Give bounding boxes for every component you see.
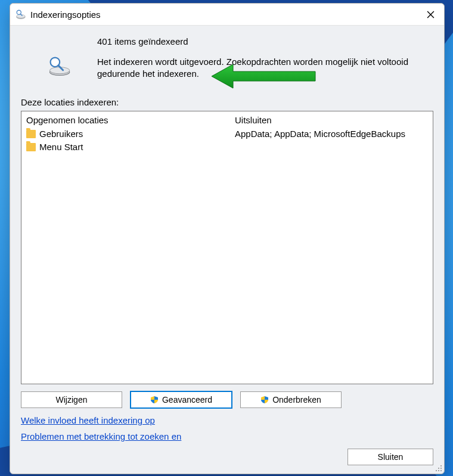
svg-point-15 bbox=[438, 470, 439, 471]
link-indexing-impact[interactable]: Welke invloed heeft indexering op bbox=[21, 415, 155, 425]
advanced-button[interactable]: Geavanceerd bbox=[131, 391, 232, 408]
svg-point-12 bbox=[438, 468, 439, 469]
location-name: Gebruikers bbox=[39, 129, 83, 139]
indexing-options-dialog: Indexeringsopties 401 items geïndexeerd bbox=[10, 3, 445, 474]
included-locations-list[interactable]: Gebruikers Menu Start bbox=[21, 127, 230, 384]
resize-grip[interactable] bbox=[435, 465, 442, 472]
button-label: Wijzigen bbox=[56, 395, 88, 405]
button-label: Onderbreken bbox=[272, 395, 321, 405]
svg-point-1 bbox=[17, 14, 25, 18]
help-links: Welke invloed heeft indexering op Proble… bbox=[21, 415, 433, 441]
locations-section-label: Deze locaties indexeren: bbox=[21, 97, 433, 107]
index-info-section: 401 items geïndexeerd Het indexeren word… bbox=[21, 36, 433, 80]
locations-panel: Opgenomen locaties Uitsluiten Gebruikers… bbox=[21, 111, 433, 385]
location-name: Menu Start bbox=[39, 142, 83, 152]
excluded-value: AppData; AppData; MicrosoftEdgeBackups bbox=[235, 129, 405, 139]
close-dialog-button[interactable]: Sluiten bbox=[347, 449, 433, 465]
svg-point-16 bbox=[440, 470, 442, 471]
list-item: AppData; AppData; MicrosoftEdgeBackups bbox=[235, 127, 428, 141]
titlebar: Indexeringsopties bbox=[10, 4, 444, 26]
svg-point-14 bbox=[436, 470, 437, 471]
uac-shield-icon bbox=[150, 396, 159, 404]
close-icon bbox=[427, 11, 435, 18]
svg-point-7 bbox=[49, 67, 69, 74]
button-label: Sluiten bbox=[378, 452, 404, 462]
indexed-count: 401 items geïndexeerd bbox=[97, 36, 433, 46]
window-title: Indexeringsopties bbox=[30, 10, 101, 20]
close-window-button[interactable] bbox=[417, 4, 444, 25]
list-item bbox=[235, 141, 428, 154]
button-label: Geavanceerd bbox=[162, 395, 212, 405]
excluded-locations-list: AppData; AppData; MicrosoftEdgeBackups bbox=[230, 127, 433, 384]
list-item[interactable]: Gebruikers bbox=[26, 127, 225, 141]
search-index-icon bbox=[15, 9, 26, 20]
index-status-icon bbox=[47, 56, 71, 80]
desktop-background: Indexeringsopties 401 items geïndexeerd bbox=[0, 0, 453, 476]
uac-shield-icon bbox=[260, 396, 269, 404]
svg-point-13 bbox=[440, 468, 442, 469]
folder-icon bbox=[26, 130, 36, 138]
modify-button[interactable]: Wijzigen bbox=[21, 391, 122, 408]
link-search-troubleshooting[interactable]: Problemen met betrekking tot zoeken en bbox=[21, 431, 181, 441]
index-status-text: Het indexeren wordt uitgevoerd. Zoekopdr… bbox=[97, 56, 433, 80]
column-header-excluded[interactable]: Uitsluiten bbox=[230, 111, 433, 127]
action-button-row: Wijzigen Geavanceerd bbox=[21, 391, 433, 408]
svg-point-11 bbox=[440, 465, 442, 466]
pause-button[interactable]: Onderbreken bbox=[240, 391, 342, 408]
folder-icon bbox=[26, 143, 36, 151]
column-header-included[interactable]: Opgenomen locaties bbox=[21, 111, 230, 127]
dialog-bottom-row: Sluiten bbox=[21, 449, 433, 465]
dialog-content: 401 items geïndexeerd Het indexeren word… bbox=[10, 26, 444, 474]
list-item[interactable]: Menu Start bbox=[26, 141, 225, 154]
